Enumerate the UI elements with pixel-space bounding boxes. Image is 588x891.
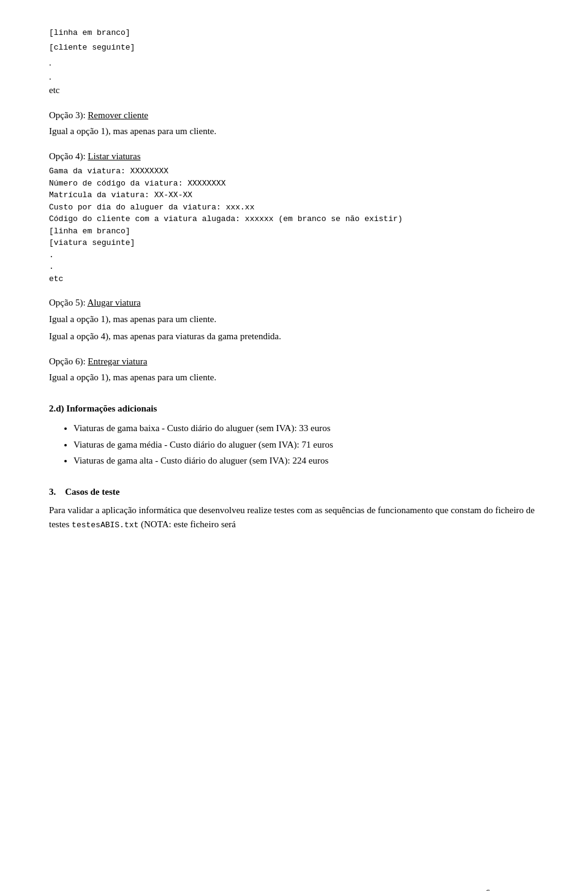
option5-prefix: Opção 5): xyxy=(49,298,87,307)
option4-title: Listar viaturas xyxy=(88,151,140,161)
etc-line-1: etc xyxy=(49,83,539,97)
option6-title: Entregar viatura xyxy=(88,356,147,366)
option3-title: Remover cliente xyxy=(88,110,148,120)
section3-heading: 3. Casos de teste xyxy=(49,485,539,499)
option3-block: Opção 3): Remover cliente Igual a opção … xyxy=(49,108,539,138)
option6-prefix: Opção 6): xyxy=(49,356,88,366)
option5-title: Alugar viatura xyxy=(87,298,140,307)
option4-heading: Opção 4): Listar viaturas xyxy=(49,149,539,164)
linha-em-branco-line: [linha em branco] xyxy=(49,27,539,39)
option4-code: Gama da viatura: XXXXXXXX Número de códi… xyxy=(49,165,539,285)
bullet-item-1: Viaturas de gama baixa - Custo diário do… xyxy=(74,421,539,435)
option3-heading: Opção 3): Remover cliente xyxy=(49,108,539,122)
section3-para-end: (NOTA: este ficheiro será xyxy=(138,519,236,529)
option6-heading: Opção 6): Entregar viatura xyxy=(49,355,539,369)
option4-prefix: Opção 4): xyxy=(49,151,88,161)
cliente-seguinte-line: [cliente seguinte] xyxy=(49,42,539,54)
option5-heading: Opção 5): Alugar viatura xyxy=(49,296,539,310)
intro-preformatted: [linha em branco] [cliente seguinte] . .… xyxy=(49,27,539,97)
section3-paragraph: Para validar a aplicação informática que… xyxy=(49,503,539,531)
page-number: 6 xyxy=(486,887,490,891)
bullet-item-2: Viaturas de gama média - Custo diário do… xyxy=(74,438,539,452)
option5-block: Opção 5): Alugar viatura Igual a opção 1… xyxy=(49,296,539,344)
option5-line1: Igual a opção 1), mas apenas para um cli… xyxy=(49,312,539,326)
section3-block: 3. Casos de teste Para validar a aplicaç… xyxy=(49,485,539,532)
option3-body: Igual a opção 1), mas apenas para um cli… xyxy=(49,124,539,138)
option5-line2: Igual a opção 4), mas apenas para viatur… xyxy=(49,329,539,344)
section2d-heading: 2.d) Informações adicionais xyxy=(49,402,539,416)
section3-inline-code: testesABIS.txt xyxy=(72,521,138,530)
option6-block: Opção 6): Entregar viatura Igual a opção… xyxy=(49,355,539,385)
dot1-line: . xyxy=(49,56,539,70)
option6-body: Igual a opção 1), mas apenas para um cli… xyxy=(49,370,539,385)
bullet-item-3: Viaturas de gama alta - Custo diário do … xyxy=(74,454,539,468)
option3-prefix: Opção 3): xyxy=(49,110,88,120)
dot2-line: . xyxy=(49,70,539,84)
section2d-bullets: Viaturas de gama baixa - Custo diário do… xyxy=(74,421,539,468)
section2d-block: 2.d) Informações adicionais Viaturas de … xyxy=(49,402,539,468)
option4-block: Opção 4): Listar viaturas Gama da viatur… xyxy=(49,149,539,285)
page-wrapper: [linha em branco] [cliente seguinte] . .… xyxy=(49,27,539,891)
